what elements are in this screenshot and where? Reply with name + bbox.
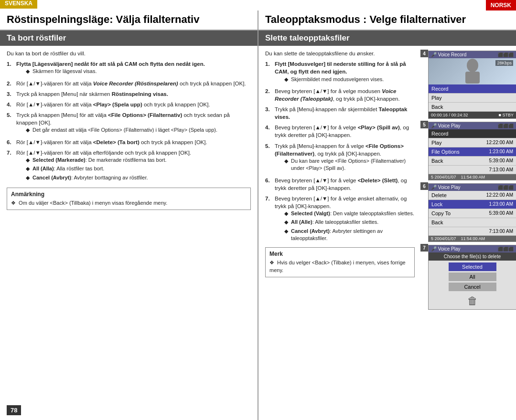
screen-5-item-extra1: 7:13:00 AM (429, 166, 516, 174)
screen-4-body: 28Kbps Record Play Back (429, 58, 516, 112)
merk-title: Merk (269, 251, 410, 257)
page: SVENSKA NORSK Röstinspelningsläge: Välja… (0, 0, 516, 420)
svg-rect-1 (465, 72, 480, 84)
screen-5-date: 5 2004/01/07 11:54:00 AM (429, 174, 516, 180)
screen-4-item-back[interactable]: Back (429, 103, 516, 112)
screen-5-icons: ⬛⬛⬛ (498, 124, 514, 128)
right-step-text-4: Beveg bryteren [▲/▼] for å velge <Play> … (275, 124, 415, 139)
title-right: Taleopptaksmodus : Velge filalternativer (258, 10, 516, 30)
screen-6-date: 5 2004/01/07 11:54:00 AM (429, 236, 516, 242)
header-left: SVENSKA (0, 0, 258, 10)
screen-6-item-delete[interactable]: Delete12:22:00 AM (429, 191, 516, 200)
screen-4-item-play[interactable]: Play (429, 94, 516, 103)
right-step-text-1: Flytt [Modusvelger] til nederste stillin… (275, 60, 415, 84)
right-step-num-6: 6. (265, 177, 273, 192)
screen-6-item-extra1: 7:13:00 AM (429, 227, 516, 236)
screen-5-header: 🎤 Voice Play ⬛⬛⬛ (429, 122, 516, 129)
screen-5-wrapper: 5 🎤 Voice Play ⬛⬛⬛ Record Play12:22:00 A… (428, 122, 509, 180)
trash-icon: 🗑 (429, 293, 516, 309)
header-row: SVENSKA NORSK (0, 0, 516, 10)
main-content: Du kan ta bort de röstfiler du vill. 1. … (0, 46, 516, 420)
right-step-3: 3. Trykk på [Menu]-knappen når skjermbil… (265, 105, 415, 121)
screen-7-popup: Choose the file(s) to delete Selected Al… (429, 252, 516, 309)
right-step-2: 2. Beveg bryteren [▲/▼] for å velge modu… (265, 87, 415, 103)
screen-5: 🎤 Voice Play ⬛⬛⬛ Record Play12:22:00 AM … (428, 122, 516, 180)
right-text: Du kan slette de taleopptaksfilene du øn… (265, 51, 415, 415)
screen-4-stby: ■ STBY (499, 113, 514, 117)
popup-option-selected[interactable]: Selected (449, 262, 496, 271)
screen-6-number: 6 (420, 182, 428, 190)
screen-7-header: 🎤 Voice Play ⬛⬛⬛ (429, 245, 516, 252)
screen-5-item-record[interactable]: Record (429, 129, 516, 138)
step-text-1: Flytta [Lägesväljaren] nedåt för att slå… (16, 60, 251, 76)
svenska-badge: SVENSKA (0, 0, 37, 9)
screen-4-title: 🎤 Voice Record (431, 52, 466, 57)
screen-5-number: 5 (420, 121, 428, 128)
right-step-num-7: 7. (265, 195, 273, 244)
right-step-num-2: 2. (265, 87, 273, 103)
popup-option-cancel[interactable]: Cancel (449, 283, 496, 291)
step-num-4: 4. (7, 101, 14, 108)
screen-4-time: 00:00:16 / 00:24:32 (431, 113, 468, 117)
step-text-4: Rör [▲/▼]-väljaren för att välja <Play> … (16, 101, 251, 108)
right-step-num-4: 4. (265, 124, 273, 139)
step-num-1: 1. (7, 60, 14, 76)
screen-7: 🎤 Voice Play ⬛⬛⬛ Choose the file(s) to d… (428, 245, 516, 310)
step-text-5: Tryck på knappen [Menu] för att välja <F… (16, 111, 251, 136)
screen-6-item-back[interactable]: Back (429, 218, 516, 227)
right-intro: Du kan slette de taleopptaksfilene du øn… (265, 51, 415, 56)
right-step-6: 6. Beveg bryteren [▲/▼] for å velge <Del… (265, 177, 415, 192)
anmärkning-title: Anmärkning (11, 191, 247, 198)
anmärkning-text: ❖ Om du väljer <Back> (Tillbaka) i menyn… (11, 200, 247, 207)
left-column: Du kan ta bort de röstfiler du vill. 1. … (0, 46, 258, 420)
step-num-5: 5. (7, 111, 14, 136)
screen-4-icons: ⬛⬛⬛ (498, 52, 514, 57)
screen-5-item-fileoptions[interactable]: File Options1:23:00 AM (429, 147, 516, 157)
screen-6-item-lock[interactable]: Lock1:23:00 AM (429, 200, 516, 209)
left-intro: Du kan ta bort de röstfiler du vill. (7, 51, 251, 56)
step-4: 4. Rör [▲/▼]-väljaren för att välja <Pla… (7, 101, 251, 108)
step-5: 5. Tryck på knappen [Menu] för att välja… (7, 111, 251, 136)
screen-5-item-back[interactable]: Back5:39:00 AM (429, 157, 516, 166)
step-num-7: 7. (7, 149, 14, 183)
screen-4-wrapper: 4 🎤 Voice Record ⬛⬛⬛ (428, 51, 509, 119)
screen-5-item-play[interactable]: Play12:22:00 AM (429, 138, 516, 147)
title-left: Röstinspelningsläge: Välja filalternativ (0, 10, 258, 30)
step-7: 7. Rör [▲/▼]-väljaren för att välja efte… (7, 149, 251, 183)
right-step-7: 7. Beveg bryteren [▲/▼] for å velge ønsk… (265, 195, 415, 244)
right-step-text-2: Beveg bryteren [▲/▼] for å velge modusen… (275, 87, 415, 103)
right-step-1: 1. Flytt [Modusvelger] til nederste stil… (265, 60, 415, 84)
section-heading-left: Ta bort röstfiler (0, 31, 258, 46)
screen-4-number: 4 (420, 50, 428, 57)
step-num-6: 6. (7, 138, 14, 146)
screen-5-title: 🎤 Voice Play (431, 123, 460, 128)
step-text-6: Rör [▲/▼]-väljaren för att välja <Delete… (16, 138, 251, 146)
right-step-text-3: Trykk på [Menu]-knappen når skjermbildet… (275, 105, 415, 121)
right-step-4: 4. Beveg bryteren [▲/▼] for å velge <Pla… (265, 124, 415, 139)
step-num-3: 3. (7, 90, 14, 98)
titles-row: Röstinspelningsläge: Välja filalternativ… (0, 10, 516, 31)
header-right: NORSK (258, 0, 516, 10)
step-3: 3. Tryck på knappen [Menu] när skärmen R… (7, 90, 251, 98)
right-step-num-1: 1. (265, 60, 273, 84)
right-step-text-7: Beveg bryteren [▲/▼] for å velge ønsket … (275, 195, 415, 244)
screen-6: 🎤 Voice Play ⬛⬛⬛ Delete12:22:00 AM Lock1… (428, 183, 516, 242)
screen-6-wrapper: 6 🎤 Voice Play ⬛⬛⬛ Delete12:22:00 AM Loc… (428, 183, 509, 242)
right-column: Du kan slette de taleopptaksfilene du øn… (258, 46, 516, 420)
step-6: 6. Rör [▲/▼]-väljaren för att välja <Del… (7, 138, 251, 146)
right-step-5: 5. Trykk på [Menu]-knappen for å velge <… (265, 142, 415, 174)
screen-4-item-record[interactable]: Record (429, 84, 516, 94)
screen-6-header: 🎤 Voice Play ⬛⬛⬛ (429, 184, 516, 191)
step-text-3: Tryck på knappen [Menu] när skärmen Röst… (16, 90, 251, 98)
svg-point-0 (467, 59, 478, 72)
screen-4-header: 🎤 Voice Record ⬛⬛⬛ (429, 51, 516, 58)
step-text-7: Rör [▲/▼]-väljaren för att välja efterfö… (16, 149, 251, 183)
screen-6-item-copyto[interactable]: Copy To5:39:00 AM (429, 209, 516, 218)
screen-4: 🎤 Voice Record ⬛⬛⬛ 28Kbps R (428, 51, 516, 119)
screen-5-body: Record Play12:22:00 AM File Options1:23:… (429, 129, 516, 174)
popup-option-all[interactable]: All (449, 273, 496, 281)
screen-7-title: 🎤 Voice Play (431, 246, 460, 252)
screen-4-image: 28Kbps (429, 58, 516, 84)
section-headings: Ta bort röstfiler Slette taleopptaksfile… (0, 31, 516, 46)
right-step-num-3: 3. (265, 105, 273, 121)
